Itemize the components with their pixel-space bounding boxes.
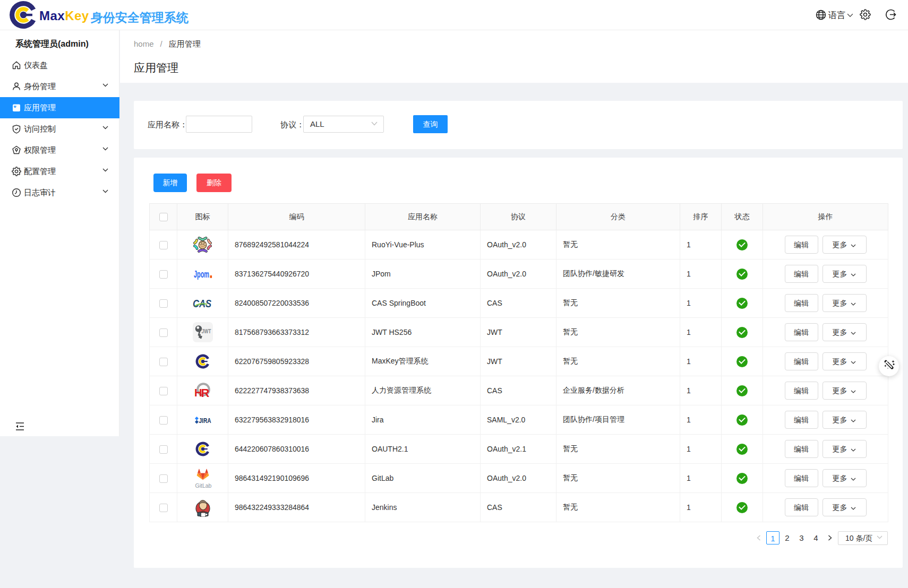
svg-text:R: R bbox=[201, 386, 210, 399]
svg-text:Jpom: Jpom bbox=[194, 269, 209, 280]
svg-text:GitLab: GitLab bbox=[195, 482, 211, 489]
svg-text:JIRA: JIRA bbox=[199, 417, 211, 425]
svg-text:JWT: JWT bbox=[201, 328, 211, 334]
